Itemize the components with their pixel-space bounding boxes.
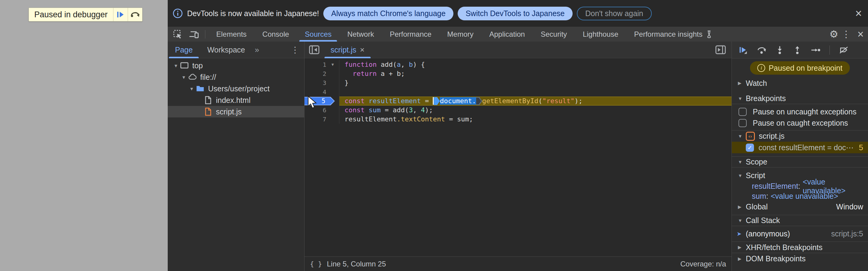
breakpoints-label: Breakpoints [746,94,786,103]
gutter-line-2[interactable]: 2 [305,69,339,78]
section-dom-breakpoints[interactable]: ▶ DOM Breakpoints [732,253,868,264]
resume-script-button[interactable] [739,46,748,55]
tree-item-script-js[interactable]: script.js [168,106,304,117]
toggle-navigator-panel-button[interactable] [309,45,320,55]
code-text[interactable]: resultElement.textContent = sum; [339,115,732,124]
tree-item-users-user-project[interactable]: ▼Users/user/project [168,83,304,94]
breakpoint-group-script-js[interactable]: ▼ ‹› script.js [732,130,868,142]
line-number[interactable]: 3 [305,78,326,87]
banner-resume-button[interactable] [113,8,128,21]
banner-step-over-button[interactable] [128,8,142,21]
tab-application[interactable]: Application [481,27,533,41]
tab-performance-insights[interactable]: Performance insights [626,27,721,41]
panel-right-toggle-icon [715,45,726,55]
gutter-line-5[interactable]: 5 [305,96,339,106]
navigator-tab-page[interactable]: Page [168,41,200,58]
section-breakpoints[interactable]: ▼ Breakpoints [732,93,868,104]
inline-breakpoint-marker-active[interactable] [434,97,440,105]
tree-item-index-html[interactable]: index.html [168,94,304,106]
code-line-2[interactable]: 2 return a + b; [305,69,732,78]
switch-devtools-japanese-button[interactable]: Switch DevTools to Japanese [458,7,572,20]
code-editor[interactable]: 1▼function add(a, b) {2 return a + b;3}4… [305,58,732,257]
gutter-line-6[interactable]: 6 [305,106,339,115]
dont-show-again-button[interactable]: Don't show again [577,7,652,20]
tree-expand-arrow-icon[interactable]: ▼ [172,63,180,68]
code-text[interactable]: const resultElement = document.getElemen… [339,96,732,106]
line-number[interactable]: 4 [305,87,326,96]
gutter-line-1[interactable]: 1▼ [305,60,339,69]
code-text[interactable] [339,87,732,96]
deactivate-breakpoints-button[interactable] [839,46,848,55]
section-watch[interactable]: ▶ Watch [732,78,868,89]
navigator-more-tabs-chevron[interactable]: » [252,45,261,55]
inline-breakpoint-marker[interactable] [476,97,482,105]
step-over-button[interactable] [757,46,766,55]
chevron-down-icon: ▼ [738,173,746,178]
execution-line-arrow: 5 [305,97,335,105]
pretty-print-icon[interactable]: { } [310,260,322,268]
inspect-element-button[interactable] [169,29,186,39]
breakpoint-enabled-checkbox[interactable] [746,144,754,152]
toggle-device-toolbar-button[interactable] [186,29,202,39]
section-xhr-breakpoints[interactable]: ▶ XHR/fetch Breakpoints [732,242,868,253]
gutter-line-3[interactable]: 3 [305,78,339,87]
editor-tab-close-icon[interactable]: × [360,45,365,55]
settings-gear-button[interactable]: ⚙ [829,28,838,40]
navigator-tab-workspace[interactable]: Workspace [200,41,252,58]
tab-lighthouse[interactable]: Lighthouse [575,27,626,41]
tree-expand-arrow-icon[interactable]: ▼ [180,74,188,80]
code-text[interactable]: const sum = add(3, 4); [339,106,732,115]
step-into-button[interactable] [775,46,784,55]
tab-console[interactable]: Console [254,27,297,41]
caught-exceptions-checkbox[interactable] [739,119,747,127]
gutter-line-7[interactable]: 7 [305,115,339,124]
code-text[interactable]: function add(a, b) { [339,60,732,69]
uncaught-exceptions-checkbox[interactable] [739,108,747,116]
pause-caught-exceptions-row[interactable]: Pause on caught exceptions [732,117,868,129]
code-line-4[interactable]: 4 [305,87,732,96]
step-out-button[interactable] [793,46,802,55]
tree-item-file-[interactable]: ▼file:// [168,71,304,83]
navigator-kebab-menu[interactable]: ⋮ [291,45,299,55]
step-button[interactable] [811,46,820,55]
section-scope[interactable]: ▼ Scope [732,156,868,168]
section-call-stack[interactable]: ▼ Call Stack [732,215,868,226]
tab-elements[interactable]: Elements [208,27,254,41]
tree-expand-arrow-icon[interactable]: ▼ [188,86,196,91]
line-number[interactable]: 2 [305,69,326,78]
pause-uncaught-exceptions-row[interactable]: Pause on uncaught exceptions [732,106,868,117]
toggle-debugger-panel-button[interactable] [715,45,726,55]
step-into-icon [775,46,784,55]
code-fold-arrow-icon[interactable]: ▼ [326,60,339,69]
code-text[interactable]: return a + b; [339,69,732,78]
infobar-close-button[interactable]: × [855,8,862,19]
line-number[interactable]: 1 [305,60,326,69]
always-match-language-button[interactable]: Always match Chrome's language [323,7,454,20]
tab-security[interactable]: Security [533,27,575,41]
code-line-5[interactable]: 5const resultElement = document.getEleme… [305,96,732,106]
code-line-6[interactable]: 6const sum = add(3, 4); [305,106,732,115]
tab-sources[interactable]: Sources [297,27,339,41]
tree-item-top[interactable]: ▼top [168,60,304,71]
code-line-3[interactable]: 3} [305,78,732,87]
scope-variable-row[interactable]: resultElement: <value unavailable> [732,181,868,191]
code-text[interactable]: } [339,78,732,87]
scope-global-row[interactable]: ▶ Global Window [732,201,868,212]
more-options-kebab-button[interactable]: ⋮ [838,29,854,39]
gutter-line-4[interactable]: 4 [305,87,339,96]
tab-performance[interactable]: Performance [382,27,439,41]
tab-network[interactable]: Network [339,27,382,41]
devtools-close-button[interactable]: × [854,28,864,41]
scope-variable-row[interactable]: sum: <value unavailable> [732,191,868,201]
breakpoint-entry[interactable]: const resultElement = doc⋯ 5 [732,142,868,153]
call-stack-frame[interactable]: ➤ (anonymous) script.js:5 [732,228,868,240]
editor-tab-script-js[interactable]: script.js × [324,41,371,58]
code-line-1[interactable]: 1▼function add(a, b) { [305,60,732,69]
step-icon [811,46,820,55]
code-line-7[interactable]: 7resultElement.textContent = sum; [305,115,732,124]
line-number[interactable]: 6 [305,106,326,115]
devtools-tabbar: ElementsConsoleSourcesNetworkPerformance… [168,27,868,41]
line-number[interactable]: 7 [305,115,326,124]
tab-memory[interactable]: Memory [439,27,482,41]
chevron-down-icon: ▼ [738,133,746,139]
